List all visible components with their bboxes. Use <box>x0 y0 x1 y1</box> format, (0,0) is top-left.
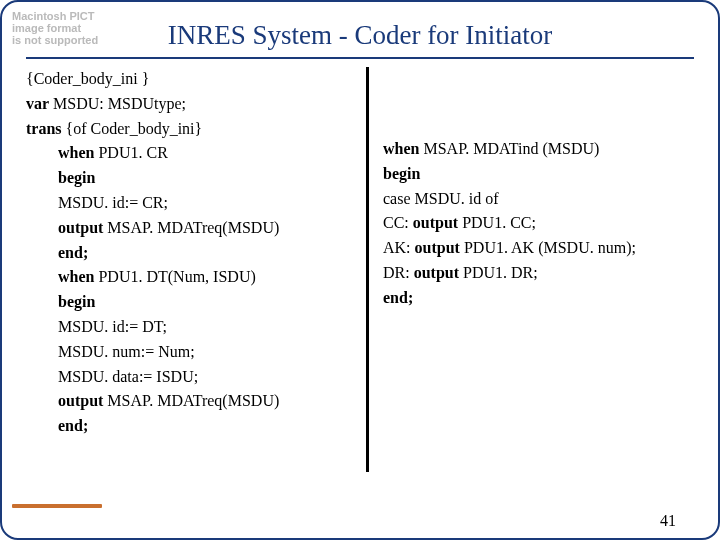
code-line: end; <box>383 286 694 311</box>
slide-title: INRES System - Coder for Initiator <box>26 20 694 51</box>
keyword-var: var <box>26 95 49 112</box>
code-text: MSAP. MDATreq(MSDU) <box>103 219 279 236</box>
keyword-trans: trans <box>26 120 62 137</box>
code-text: MSDU. id:= DT; <box>58 318 167 335</box>
code-text: {of Coder_body_ini} <box>62 120 203 137</box>
content-columns: {Coder_body_ini } var MSDU: MSDUtype; tr… <box>26 67 694 472</box>
code-text: CC: <box>383 214 413 231</box>
keyword-output: output <box>413 214 458 231</box>
code-line: MSDU. data:= ISDU; <box>26 365 358 390</box>
code-line: when PDU1. DT(Num, ISDU) <box>26 265 358 290</box>
code-line: CC: output PDU1. CC; <box>383 211 694 236</box>
code-line: when MSAP. MDATind (MSDU) <box>383 137 694 162</box>
code-line: begin <box>383 162 694 187</box>
keyword-output: output <box>415 239 460 256</box>
keyword-output: output <box>414 264 459 281</box>
code-text: PDU1. CC; <box>458 214 536 231</box>
code-text: MSDU. num:= Num; <box>58 343 195 360</box>
code-line: end; <box>26 241 358 266</box>
code-line: DR: output PDU1. DR; <box>383 261 694 286</box>
code-line: var MSDU: MSDUtype; <box>26 92 358 117</box>
code-text: PDU1. DR; <box>459 264 538 281</box>
code-line: MSDU. id:= CR; <box>26 191 358 216</box>
keyword-when: when <box>58 144 94 161</box>
keyword-begin: begin <box>383 165 420 182</box>
code-line: output MSAP. MDATreq(MSDU) <box>26 389 358 414</box>
left-column: {Coder_body_ini } var MSDU: MSDUtype; tr… <box>26 67 366 472</box>
page-number: 41 <box>660 512 676 530</box>
code-line: end; <box>26 414 358 439</box>
code-line: begin <box>26 290 358 315</box>
code-line: case MSDU. id of <box>383 187 694 212</box>
code-text: MSDU: MSDUtype; <box>49 95 186 112</box>
code-line: AK: output PDU1. AK (MSDU. num); <box>383 236 694 261</box>
keyword-end: end; <box>58 244 88 261</box>
code-line: MSDU. num:= Num; <box>26 340 358 365</box>
slide-frame: Macintosh PICT image format is not suppo… <box>0 0 720 540</box>
title-underline <box>26 57 694 59</box>
code-line: MSDU. id:= DT; <box>26 315 358 340</box>
code-text: AK: <box>383 239 415 256</box>
keyword-when: when <box>58 268 94 285</box>
code-text: MSAP. MDATreq(MSDU) <box>103 392 279 409</box>
code-line: output MSAP. MDATreq(MSDU) <box>26 216 358 241</box>
bottom-accent-bar <box>12 504 102 508</box>
code-text: case MSDU. id of <box>383 190 499 207</box>
code-line: trans {of Coder_body_ini} <box>26 117 358 142</box>
code-text: MSDU. data:= ISDU; <box>58 368 198 385</box>
right-column: when MSAP. MDATind (MSDU) begin case MSD… <box>369 67 694 472</box>
keyword-end: end; <box>58 417 88 434</box>
keyword-end: end; <box>383 289 413 306</box>
code-text: DR: <box>383 264 414 281</box>
code-text: PDU1. AK (MSDU. num); <box>460 239 636 256</box>
code-line: when PDU1. CR <box>26 141 358 166</box>
code-text: MSDU. id:= CR; <box>58 194 168 211</box>
keyword-begin: begin <box>58 169 95 186</box>
keyword-output: output <box>58 392 103 409</box>
code-text: PDU1. DT(Num, ISDU) <box>94 268 255 285</box>
keyword-output: output <box>58 219 103 236</box>
code-text: MSAP. MDATind (MSDU) <box>419 140 599 157</box>
code-line: begin <box>26 166 358 191</box>
keyword-when: when <box>383 140 419 157</box>
code-line: {Coder_body_ini } <box>26 67 358 92</box>
code-text: PDU1. CR <box>94 144 167 161</box>
pict-unsupported-note: Macintosh PICT image format is not suppo… <box>12 10 98 46</box>
keyword-begin: begin <box>58 293 95 310</box>
